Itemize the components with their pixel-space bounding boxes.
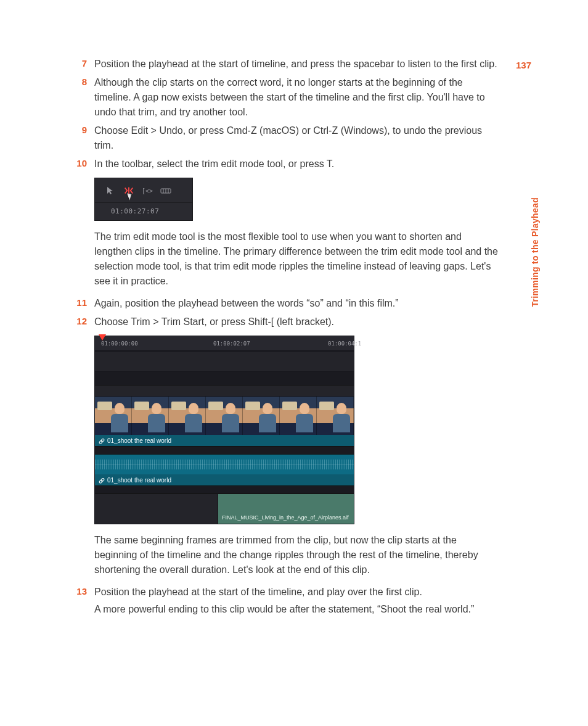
step-number: 9 — [73, 123, 94, 153]
audio-clip-label: 01_shoot the real world — [95, 474, 354, 485]
step-12: 12 Choose Trim > Trim Start, or press Sh… — [73, 315, 499, 329]
video-clip-label: 01_shoot the real world — [95, 435, 354, 446]
main-content: 7 Position the playhead at the start of … — [73, 57, 499, 621]
step-text: Again, position the playhead between the… — [94, 296, 499, 311]
video-thumbnail — [169, 397, 206, 435]
music-clip-name: FINAL_MUSIC_Living_in_the_Age_of_Airplan… — [218, 512, 354, 524]
step-text: Position the playhead at the start of ti… — [94, 57, 499, 72]
music-clip: FINAL_MUSIC_Living_in_the_Age_of_Airplan… — [218, 494, 354, 524]
timeline-ruler: 01:00:00:00 01:00:02:07 01:00:04:1 — [95, 336, 354, 351]
step-line-1: Position the playhead at the start of th… — [94, 585, 499, 600]
video-thumbnail — [243, 397, 280, 435]
ruler-tick: 01:00:02:07 — [213, 340, 250, 349]
step-text: In the toolbar, select the trim edit mod… — [94, 157, 499, 171]
page-number: 137 — [516, 59, 531, 73]
step-7: 7 Position the playhead at the start of … — [73, 57, 499, 72]
link-icon — [99, 476, 105, 485]
music-track: FINAL_MUSIC_Living_in_the_Age_of_Airplan… — [95, 494, 354, 524]
step-10: 10 In the toolbar, select the trim edit … — [73, 157, 499, 171]
timeline-screenshot: 01:00:00:00 01:00:02:07 01:00:04:1 01_sh… — [94, 336, 499, 524]
step-text: Although the clip starts on the correct … — [94, 75, 499, 120]
video-thumbnail — [317, 397, 354, 435]
ruler-tick: 01:00:00:00 — [101, 340, 138, 349]
step-9: 9 Choose Edit > Undo, or press Cmd-Z (ma… — [73, 123, 499, 153]
step-text: Choose Edit > Undo, or press Cmd-Z (macO… — [94, 123, 499, 153]
step-8: 8 Although the clip starts on the correc… — [73, 75, 499, 120]
clip-name: 01_shoot the real world — [107, 436, 171, 445]
step-12-explanation: The same beginning frames are trimmed fr… — [94, 533, 499, 577]
empty-region — [95, 494, 218, 524]
video-thumbnail — [95, 397, 132, 435]
video-track-thumbnails — [95, 397, 354, 435]
svg-text:[<>]: [<>] — [142, 187, 153, 194]
step-number: 11 — [73, 296, 94, 311]
step-text: Position the playhead at the start of th… — [94, 585, 499, 617]
video-thumbnail — [280, 397, 317, 435]
selection-tool-icon — [105, 185, 116, 196]
toolbar-screenshot: [<>] 01:00:27:07 — [94, 178, 499, 221]
empty-track — [95, 351, 354, 372]
step-number: 8 — [73, 75, 94, 120]
step-number: 13 — [73, 585, 94, 617]
blade-tool-icon — [160, 185, 171, 196]
step-line-2: A more powerful ending to this clip woul… — [94, 602, 499, 617]
step-number: 10 — [73, 157, 94, 171]
step-text: Choose Trim > Trim Start, or press Shift… — [94, 315, 499, 329]
track-divider — [95, 372, 354, 386]
video-thumbnail — [206, 397, 243, 435]
video-thumbnail — [132, 397, 169, 435]
step-number: 7 — [73, 57, 94, 72]
track-divider — [95, 446, 354, 455]
track-divider — [95, 485, 354, 494]
link-icon — [99, 436, 105, 445]
step-13: 13 Position the playhead at the start of… — [73, 585, 499, 617]
dynamic-trim-icon: [<>] — [142, 185, 153, 196]
toolbar-timecode: 01:00:27:07 — [95, 203, 192, 217]
empty-track — [95, 386, 354, 397]
ruler-tick: 01:00:04:1 — [328, 340, 361, 349]
step-number: 12 — [73, 315, 94, 329]
trim-edit-tool-icon — [123, 185, 134, 196]
step-10-explanation: The trim edit mode tool is the most flex… — [94, 229, 499, 289]
audio-waveform — [95, 455, 354, 474]
section-title-vertical: Trimming to the Playhead — [529, 197, 542, 307]
clip-name: 01_shoot the real world — [107, 476, 171, 485]
step-11: 11 Again, position the playhead between … — [73, 296, 499, 311]
